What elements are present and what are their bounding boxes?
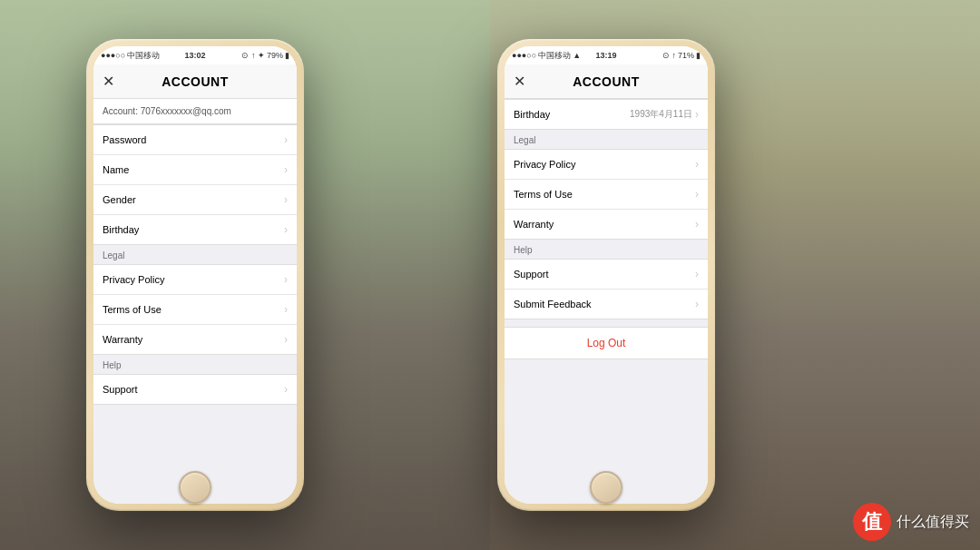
- status-right-left: ⊙ ↑ ✦ 79% ▮: [241, 51, 289, 60]
- birthday-label-right: Birthday: [514, 109, 550, 120]
- phone-frame-left: ●●●○○ 中国移动 13:02 ⊙ ↑ ✦ 79% ▮ ✕ ACCOUNT: [86, 39, 304, 511]
- legal-header-left: Legal: [93, 245, 297, 264]
- birthday-value-right: 1993年4月11日 ›: [630, 108, 699, 121]
- battery-icon-left: ▮: [285, 51, 289, 60]
- icons-right: ⊙ ↑: [662, 51, 676, 60]
- phone-screen-left: ●●●○○ 中国移动 13:02 ⊙ ↑ ✦ 79% ▮ ✕ ACCOUNT: [93, 46, 297, 504]
- status-bar-left: ●●●○○ 中国移动 13:02 ⊙ ↑ ✦ 79% ▮: [93, 46, 297, 64]
- birthday-date-right: 1993年4月11日: [630, 108, 692, 121]
- chevron-warranty-right: ›: [695, 218, 699, 231]
- chevron-name: ›: [284, 163, 288, 176]
- chevron-terms-right: ›: [695, 188, 699, 201]
- help-section-right: Support › Submit Feedback ›: [505, 259, 708, 319]
- battery-left: 79%: [267, 51, 283, 60]
- status-bar-right: ●●●○○ 中国移动 ▲ 13:19 ⊙ ↑ 71% ▮: [505, 46, 708, 64]
- watermark-text: 什么值得买: [897, 513, 969, 532]
- feedback-label-right: Submit Feedback: [514, 299, 592, 309]
- chevron-privacy-left: ›: [284, 273, 288, 286]
- chevron-feedback-right: ›: [695, 298, 699, 310]
- logout-button-right[interactable]: Log Out: [505, 327, 708, 359]
- chevron-birthday-right: ›: [695, 108, 699, 121]
- carrier-left: 中国移动: [127, 50, 160, 62]
- menu-item-birthday[interactable]: Birthday ›: [93, 215, 297, 244]
- help-section-left: Support ›: [93, 374, 297, 405]
- wifi-icon-right: ▲: [573, 51, 581, 60]
- battery-icon-right: ▮: [696, 51, 701, 60]
- chevron-warranty-left: ›: [284, 333, 288, 346]
- support-label-right: Support: [514, 269, 549, 280]
- menu-item-birthday-right[interactable]: Birthday 1993年4月11日 ›: [505, 100, 708, 129]
- legal-header-right: Legal: [505, 130, 708, 149]
- screen-content-right: Birthday 1993年4月11日 › Legal Privacy Poli…: [505, 99, 708, 504]
- menu-item-terms-left[interactable]: Terms of Use ›: [93, 295, 297, 325]
- watermark-badge: 值: [853, 503, 891, 541]
- menu-item-privacy-right[interactable]: Privacy Policy ›: [505, 150, 708, 180]
- spacer-right: [505, 319, 708, 327]
- gender-label: Gender: [103, 194, 136, 205]
- phone-left: ●●●○○ 中国移动 13:02 ⊙ ↑ ✦ 79% ▮ ✕ ACCOUNT: [86, 39, 304, 511]
- chevron-gender: ›: [284, 193, 288, 206]
- menu-item-name[interactable]: Name ›: [93, 155, 297, 185]
- menu-item-support-left[interactable]: Support ›: [93, 375, 297, 404]
- chevron-privacy-right: ›: [695, 158, 699, 171]
- account-row-left: Account: 7076xxxxxxx@qq.com: [93, 99, 297, 124]
- support-label-left: Support: [103, 384, 138, 395]
- phone-right: ●●●○○ 中国移动 ▲ 13:19 ⊙ ↑ 71% ▮ ✕ ACCOUNT: [497, 39, 715, 511]
- home-button-left[interactable]: [179, 471, 211, 504]
- nav-bar-right: ✕ ACCOUNT: [505, 64, 708, 99]
- time-left: 13:02: [184, 51, 205, 60]
- status-left-right: ●●●○○ 中国移动 ▲: [512, 50, 581, 62]
- privacy-label-right: Privacy Policy: [514, 159, 575, 170]
- profile-section-left: Password › Name › Gender › Birthday ›: [93, 124, 297, 245]
- menu-item-feedback-right[interactable]: Submit Feedback ›: [505, 290, 708, 319]
- birthday-label: Birthday: [103, 224, 139, 235]
- signal-dots-left: ●●●○○: [101, 51, 125, 60]
- chevron-password: ›: [284, 133, 288, 146]
- watermark: 值 什么值得买: [853, 503, 969, 541]
- menu-item-terms-right[interactable]: Terms of Use ›: [505, 180, 708, 210]
- carrier-right: 中国移动: [538, 50, 571, 62]
- phone-frame-right: ●●●○○ 中国移动 ▲ 13:19 ⊙ ↑ 71% ▮ ✕ ACCOUNT: [497, 39, 715, 511]
- menu-item-warranty-left[interactable]: Warranty ›: [93, 325, 297, 354]
- status-right-right: ⊙ ↑ 71% ▮: [662, 51, 701, 60]
- menu-item-privacy-left[interactable]: Privacy Policy ›: [93, 265, 297, 295]
- warranty-label-right: Warranty: [514, 219, 554, 230]
- terms-label-right: Terms of Use: [514, 189, 573, 200]
- legal-section-left: Privacy Policy › Terms of Use › Warranty…: [93, 264, 297, 355]
- privacy-label-left: Privacy Policy: [103, 274, 164, 285]
- back-button-right[interactable]: ✕: [514, 73, 525, 90]
- terms-label-left: Terms of Use: [103, 304, 162, 315]
- home-button-right[interactable]: [590, 471, 622, 504]
- chevron-terms-left: ›: [284, 303, 288, 316]
- battery-right: 71%: [678, 51, 694, 60]
- menu-item-support-right[interactable]: Support ›: [505, 260, 708, 290]
- account-value-left: 7076xxxxxxx@qq.com: [141, 106, 231, 116]
- phone-screen-right: ●●●○○ 中国移动 ▲ 13:19 ⊙ ↑ 71% ▮ ✕ ACCOUNT: [505, 46, 708, 504]
- nav-title-right: ACCOUNT: [573, 74, 640, 89]
- signal-dots-right: ●●●○○: [512, 51, 536, 60]
- menu-item-gender[interactable]: Gender ›: [93, 185, 297, 215]
- chevron-support-right: ›: [695, 268, 699, 280]
- birthday-section-right: Birthday 1993年4月11日 ›: [505, 99, 708, 130]
- warranty-label-left: Warranty: [103, 334, 142, 345]
- back-button-left[interactable]: ✕: [103, 73, 114, 90]
- nav-title-left: ACCOUNT: [162, 74, 229, 89]
- name-label: Name: [103, 164, 129, 175]
- time-right: 13:19: [595, 51, 616, 60]
- password-label: Password: [103, 134, 146, 145]
- nav-bar-left: ✕ ACCOUNT: [93, 64, 297, 99]
- menu-item-password[interactable]: Password ›: [93, 125, 297, 155]
- screen-content-left: Account: 7076xxxxxxx@qq.com Password › N…: [93, 99, 297, 504]
- help-header-right: Help: [505, 240, 708, 259]
- icons-left: ⊙ ↑ ✦: [241, 51, 265, 60]
- status-left-left: ●●●○○ 中国移动: [101, 50, 160, 62]
- chevron-support-left: ›: [284, 383, 288, 396]
- account-label-left: Account:: [103, 106, 141, 116]
- menu-item-warranty-right[interactable]: Warranty ›: [505, 210, 708, 239]
- chevron-birthday: ›: [284, 223, 288, 236]
- help-header-left: Help: [93, 355, 297, 374]
- legal-section-right: Privacy Policy › Terms of Use › Warranty…: [505, 149, 708, 240]
